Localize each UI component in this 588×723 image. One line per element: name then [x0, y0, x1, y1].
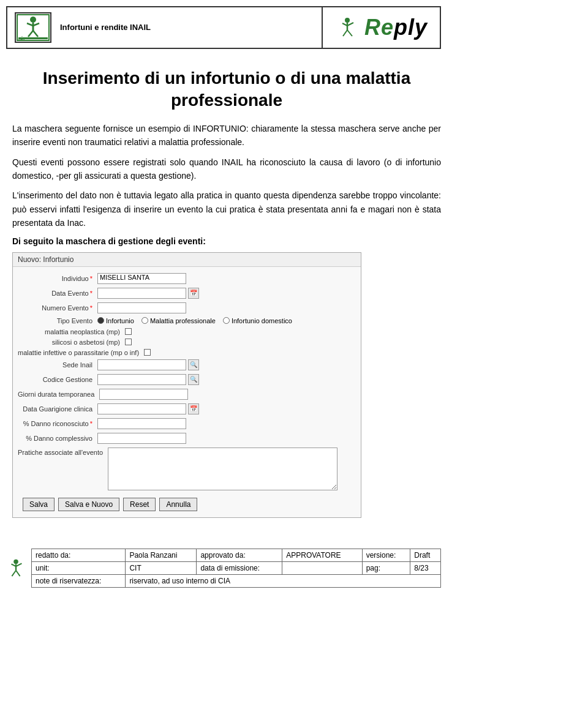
page-title: Inserimento di un infortunio o di una ma…: [12, 67, 441, 112]
form-row-individuo: Individuo MISELLI SANTA: [18, 273, 356, 284]
data-guarigione-input[interactable]: [97, 403, 186, 414]
footer-reply-icon: [6, 557, 26, 579]
salva-button[interactable]: Salva: [23, 498, 55, 511]
danno-complessivo-input[interactable]: [97, 433, 186, 444]
codice-gestione-search-icon[interactable]: 🔍: [188, 374, 199, 385]
radio-infortunio-label: Infortunio: [106, 317, 134, 324]
page-header: cia Infortuni e rendite INAIL Reply: [6, 6, 441, 49]
radio-infortdom-circle: [223, 317, 230, 324]
danno-complessivo-label: % Danno complessivo: [18, 435, 97, 442]
pratiche-textarea[interactable]: [108, 448, 337, 490]
footer-row-3: note di riservatezza: riservato, ad uso …: [31, 574, 440, 587]
data-guarigione-calendar-icon[interactable]: 📅: [188, 403, 199, 414]
form-row-giorni-durata: Giorni durata temporanea: [18, 389, 356, 400]
data-evento-label: Data Evento: [18, 290, 97, 297]
radio-malattia-label: Malattia professionale: [150, 317, 216, 324]
annulla-button[interactable]: Annulla: [159, 498, 197, 511]
malattie-infettive-checkbox[interactable]: [144, 349, 151, 356]
header-right: Reply: [323, 7, 440, 48]
sede-inail-input[interactable]: [97, 359, 186, 370]
svg-line-17: [16, 563, 21, 566]
form-row-sede-inail: Sede Inail 🔍: [18, 359, 356, 370]
footer-data-emissione-value: [282, 561, 362, 574]
cia-logo: cia Infortuni e rendite INAIL: [15, 12, 151, 43]
numero-evento-label: Numero Evento: [18, 304, 97, 312]
intro-para-3: L'inserimento del dato non è tuttavia le…: [12, 189, 441, 230]
tipo-evento-label: Tipo Evento: [18, 317, 97, 324]
cia-logo-box: cia: [15, 12, 51, 43]
data-guarigione-label: Data Guarigione clinica: [18, 405, 97, 413]
svg-point-1: [30, 17, 36, 23]
company-name: Infortuni e rendite INAIL: [60, 22, 151, 33]
radio-infortunio-dom[interactable]: Infortunio domestico: [223, 317, 292, 324]
pratiche-label: Pratiche associate all'evento: [18, 448, 108, 456]
form-screenshot: Nuovo: Infortunio Individuo MISELLI SANT…: [12, 252, 361, 518]
danno-riconosciuto-input[interactable]: [97, 418, 186, 429]
form-title-bar: Nuovo: Infortunio: [13, 253, 361, 267]
silicosi-label: silicosi o asbetosi (mp): [18, 339, 125, 346]
footer-versione-label: versione:: [362, 549, 410, 561]
svg-line-19: [16, 571, 20, 576]
footer: redatto da: Paola Ranzani approvato da: …: [6, 549, 441, 588]
danno-riconosciuto-label: % Danno riconosciuto: [18, 420, 97, 427]
intro-para-1: La maschera seguente fornisce un esempio…: [12, 122, 441, 149]
header-left: cia Infortuni e rendite INAIL: [7, 7, 323, 48]
codice-gestione-input[interactable]: [97, 374, 186, 385]
tipo-evento-radio-group: Infortunio Malattia professionale Infort…: [97, 317, 292, 324]
form-row-data-evento: Data Evento 📅: [18, 288, 356, 299]
row-malattia-neoplastica: malattia neoplastica (mp): [18, 328, 356, 335]
salva-nuovo-button[interactable]: Salva e Nuovo: [58, 498, 119, 511]
giorni-durata-input[interactable]: [99, 389, 188, 400]
svg-point-8: [345, 18, 350, 23]
malattia-neoplastica-checkbox[interactable]: [125, 328, 132, 335]
sede-inail-search-icon[interactable]: 🔍: [188, 359, 199, 370]
radio-infortdom-label: Infortunio domestico: [232, 317, 292, 324]
svg-line-18: [12, 571, 16, 576]
svg-line-13: [347, 30, 352, 36]
form-row-numero-evento: Numero Evento: [18, 302, 356, 313]
individuo-label: Individuo: [18, 275, 97, 282]
data-evento-calendar-icon[interactable]: 📅: [188, 288, 199, 299]
footer-unit-value: CIT: [126, 561, 197, 574]
sede-inail-label: Sede Inail: [18, 361, 97, 369]
reply-brand-text: Reply: [364, 15, 428, 40]
footer-unit-label: unit:: [31, 561, 125, 574]
form-row-pratiche: Pratiche associate all'evento: [18, 448, 356, 490]
section-label: Di seguito la maschera di gestione degli…: [12, 236, 441, 246]
footer-pag-label: pag:: [362, 561, 410, 574]
radio-infortunio[interactable]: Infortunio: [97, 317, 134, 324]
footer-approvato-label: approvato da:: [197, 549, 282, 561]
radio-malattia-circle: [141, 317, 148, 324]
form-row-tipo-evento: Tipo Evento Infortunio Malattia professi…: [18, 317, 356, 324]
row-malattie-infettive: malattie infettive o parassitarie (mp o …: [18, 349, 356, 356]
form-row-danno-riconosciuto: % Danno riconosciuto: [18, 418, 356, 429]
main-content: Inserimento di un infortunio o di una ma…: [0, 55, 453, 530]
footer-row-2: unit: CIT data di emissione: pag: 8/23: [31, 561, 440, 574]
malattia-neoplastica-label: malattia neoplastica (mp): [18, 328, 125, 335]
individuo-input[interactable]: MISELLI SANTA: [97, 273, 186, 284]
svg-point-14: [13, 560, 18, 564]
giorni-durata-label: Giorni durata temporanea: [18, 391, 99, 398]
reply-logo: Reply: [335, 15, 428, 40]
footer-redatto-value: Paola Ranzani: [126, 549, 197, 561]
numero-evento-input[interactable]: [97, 302, 186, 313]
form-button-row: Salva Salva e Nuovo Reset Annulla: [23, 498, 356, 511]
footer-redatto-label: redatto da:: [31, 549, 125, 561]
footer-versione-value: Draft: [410, 549, 441, 561]
form-row-danno-complessivo: % Danno complessivo: [18, 433, 356, 444]
footer-approvato-value: APPROVATORE: [282, 549, 362, 561]
form-inner: Individuo MISELLI SANTA Data Evento 📅 Nu…: [13, 267, 361, 517]
svg-text:cia: cia: [18, 36, 25, 42]
footer-note-value: riservato, ad uso interno di CIA: [126, 574, 441, 587]
form-row-codice-gestione: Codice Gestione 🔍: [18, 374, 356, 385]
radio-malattia[interactable]: Malattia professionale: [141, 317, 216, 324]
row-silicosi: silicosi o asbetosi (mp): [18, 339, 356, 346]
silicosi-checkbox[interactable]: [125, 339, 132, 345]
footer-table: redatto da: Paola Ranzani approvato da: …: [31, 549, 441, 588]
reset-button[interactable]: Reset: [123, 498, 156, 511]
footer-note-label: note di riservatezza:: [31, 574, 125, 587]
data-evento-input[interactable]: [97, 288, 186, 299]
svg-line-12: [343, 30, 347, 36]
codice-gestione-label: Codice Gestione: [18, 376, 97, 383]
svg-line-11: [347, 23, 353, 26]
